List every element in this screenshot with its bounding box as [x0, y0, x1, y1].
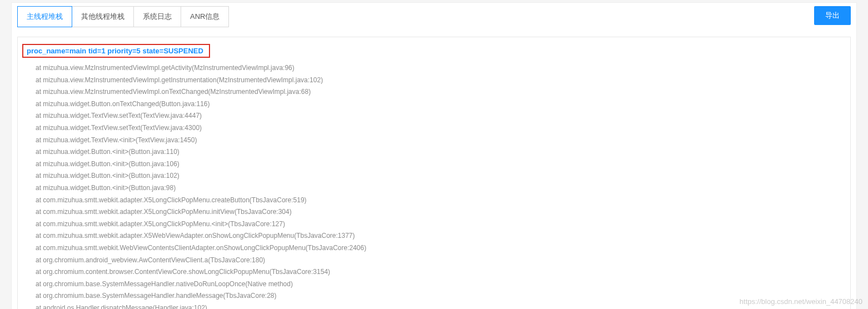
stack-frame: at mizuhua.view.MzInstrumentedViewImpl.g… — [36, 74, 845, 87]
tab-1[interactable]: 其他线程堆栈 — [72, 6, 134, 27]
stack-content: proc_name=main tid=1 priority=5 state=SU… — [17, 37, 851, 309]
tab-2[interactable]: 系统日志 — [133, 6, 181, 27]
stack-frame: at org.chromium.android_webview.AwConten… — [36, 255, 845, 267]
stack-frame: at mizuhua.view.MzInstrumentedViewImpl.o… — [36, 86, 845, 98]
stack-frame: at mizuhua.widget.TextView.setText(TextV… — [36, 110, 845, 122]
stack-frame: at mizuhua.widget.Button.<init>(Button.j… — [36, 182, 845, 195]
stack-frame: at com.mizuhua.smtt.webkit.adapter.X5Web… — [36, 230, 845, 242]
stack-frame: at com.mizuhua.smtt.webkit.adapter.X5Lon… — [36, 195, 845, 207]
stack-frame: at mizuhua.view.MzInstrumentedViewImpl.g… — [36, 62, 845, 74]
export-button[interactable]: 导出 — [814, 6, 851, 25]
thread-header: proc_name=main tid=1 priority=5 state=SU… — [22, 44, 210, 58]
stack-frame: at android.os.Handler.dispatchMessage(Ha… — [36, 302, 845, 309]
stack-frame: at mizuhua.widget.Button.<init>(Button.j… — [36, 146, 845, 158]
header-row: 主线程堆栈其他线程堆栈系统日志ANR信息 导出 — [17, 6, 851, 28]
tab-3[interactable]: ANR信息 — [181, 6, 229, 27]
stack-frame: at com.mizuhua.smtt.webkit.WebViewConten… — [36, 242, 845, 255]
stack-frame: at com.mizuhua.smtt.webkit.adapter.X5Lon… — [36, 206, 845, 218]
stack-trace-list: at mizuhua.view.MzInstrumentedViewImpl.g… — [23, 58, 845, 309]
tab-bar: 主线程堆栈其他线程堆栈系统日志ANR信息 — [17, 6, 229, 28]
tab-0[interactable]: 主线程堆栈 — [17, 6, 72, 27]
stack-frame: at mizuhua.widget.Button.onTextChanged(B… — [36, 98, 845, 111]
stack-frame: at mizuhua.widget.Button.<init>(Button.j… — [36, 170, 845, 182]
stack-frame: at mizuhua.widget.TextView.<init>(TextVi… — [36, 134, 845, 147]
stack-frame: at mizuhua.widget.TextView.setText(TextV… — [36, 122, 845, 134]
stack-frame: at org.chromium.content.browser.ContentV… — [36, 266, 845, 278]
stack-frame: at org.chromium.base.SystemMessageHandle… — [36, 278, 845, 291]
stack-frame: at com.mizuhua.smtt.webkit.adapter.X5Lon… — [36, 218, 845, 231]
stack-frame: at mizuhua.widget.Button.<init>(Button.j… — [36, 158, 845, 171]
stack-frame: at org.chromium.base.SystemMessageHandle… — [36, 290, 845, 302]
detail-panel: 主线程堆栈其他线程堆栈系统日志ANR信息 导出 proc_name=main t… — [11, 2, 857, 309]
